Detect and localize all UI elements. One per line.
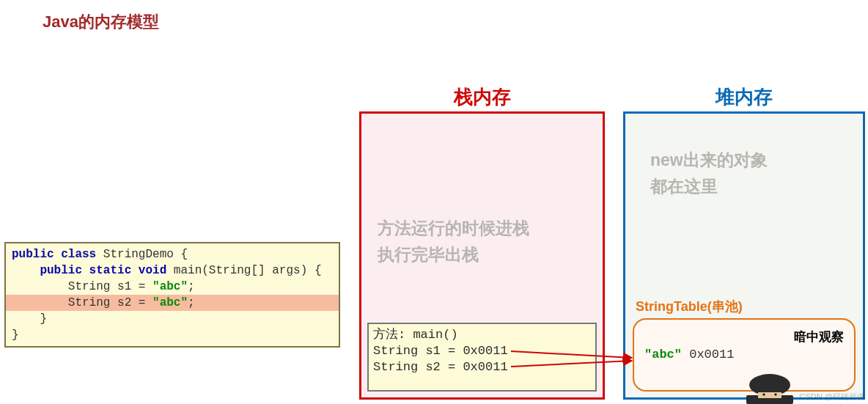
s2-semi: ; <box>188 296 195 309</box>
frame-title: 方法: main() <box>373 327 591 343</box>
s1-literal: "abc" <box>152 280 188 293</box>
mascot-icon <box>743 370 796 404</box>
string-pool-label: StringTable(串池) <box>636 298 743 315</box>
code-line-5: } <box>6 311 339 327</box>
method-sig: (String[] args) { <box>202 264 321 277</box>
frame-var-s1: String s1 = 0x0011 <box>373 343 591 359</box>
stack-note-line-2: 执行完毕出栈 <box>378 241 529 268</box>
stack-title: 栈内存 <box>359 84 605 110</box>
code-brace: { <box>174 248 188 261</box>
watermark: CSDN @码砖师傅 <box>800 392 865 403</box>
heap-title: 堆内存 <box>623 84 865 110</box>
code-block: public class StringDemo { public static … <box>4 242 340 348</box>
page-title: Java的内存模型 <box>43 11 159 33</box>
pool-entry-value: "abc" <box>644 348 682 361</box>
pool-entry-abc: "abc" 0x0011 <box>644 348 734 361</box>
s2-decl: String s2 = <box>12 296 152 309</box>
frame-var-s2: String s2 = 0x0011 <box>373 359 591 375</box>
heap-note-line-2: 都在这里 <box>650 173 768 199</box>
watch-label: 暗中观察 <box>794 328 844 345</box>
svg-point-4 <box>774 393 776 395</box>
method-name: main <box>174 264 202 277</box>
heap-note-line-1: new出来的对象 <box>650 147 768 173</box>
heap-note: new出来的对象 都在这里 <box>650 147 768 199</box>
stack-note-line-1: 方法运行的时候进栈 <box>378 215 529 241</box>
s1-semi: ; <box>188 280 195 293</box>
s1-decl: String s1 = <box>12 280 152 293</box>
s2-literal: "abc" <box>152 296 188 309</box>
stack-memory-box: 方法运行的时候进栈 执行完毕出栈 方法: main() String s1 = … <box>359 111 605 400</box>
code-line-6: } <box>6 327 339 343</box>
heap-memory-box: new出来的对象 都在这里 StringTable(串池) "abc" 0x00… <box>623 111 865 400</box>
code-line-4-highlight: String s2 = "abc"; <box>6 295 339 311</box>
code-line-3: String s1 = "abc"; <box>6 279 339 295</box>
code-line-2: public static void main(String[] args) { <box>6 262 339 279</box>
class-name: StringDemo <box>103 248 174 261</box>
stack-note: 方法运行的时候进栈 执行完毕出栈 <box>378 215 529 268</box>
svg-rect-2 <box>758 392 781 398</box>
svg-point-3 <box>762 393 765 395</box>
kw-psv: public static void <box>12 264 174 277</box>
pool-entry-addr: 0x0011 <box>682 348 734 361</box>
kw-public-class: public class <box>12 248 103 261</box>
stack-frame-main: 方法: main() String s1 = 0x0011 String s2 … <box>367 323 597 392</box>
code-line-1: public class StringDemo { <box>6 246 339 262</box>
